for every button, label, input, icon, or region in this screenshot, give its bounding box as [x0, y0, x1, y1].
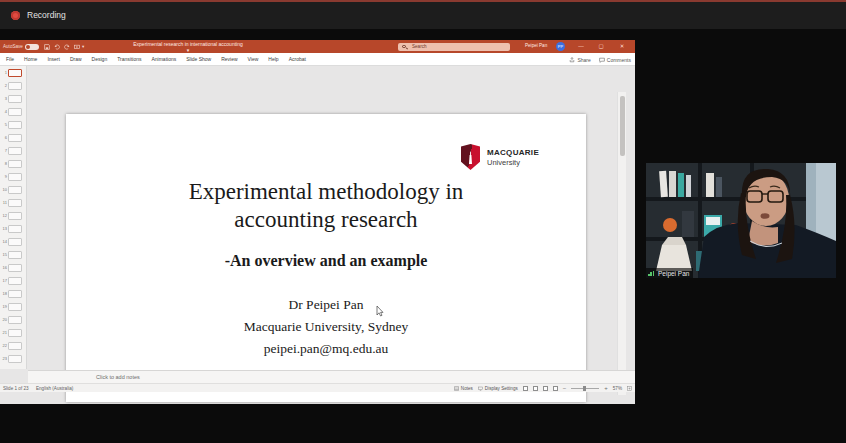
slide-thumbnail-12[interactable]: 12 [0, 209, 26, 222]
display-settings-button[interactable]: Display Settings [478, 386, 518, 391]
document-title[interactable]: Experimental research in international a… [133, 41, 243, 53]
zoom-in-button[interactable]: + [604, 386, 608, 391]
thumbnail-preview[interactable] [8, 264, 22, 272]
thumbnail-preview[interactable] [8, 303, 22, 311]
undo-icon[interactable] [54, 44, 60, 50]
zoom-slider[interactable] [571, 388, 599, 389]
thumbnail-preview[interactable] [8, 186, 22, 194]
menu-tab-home[interactable]: Home [24, 56, 37, 62]
menu-tab-acrobat[interactable]: Acrobat [289, 56, 306, 62]
menu-tab-design[interactable]: Design [92, 56, 108, 62]
share-button[interactable]: Share [569, 57, 590, 63]
notes-toggle-button[interactable]: Notes [454, 386, 473, 391]
normal-view-button[interactable] [523, 386, 528, 391]
menu-tab-file[interactable]: File [6, 56, 14, 62]
menu-tab-view[interactable]: View [248, 56, 259, 62]
slide-subtitle[interactable]: -An overview and an example [66, 252, 586, 270]
menu-tab-review[interactable]: Review [221, 56, 237, 62]
thumbnail-preview[interactable] [8, 95, 22, 103]
reading-view-button[interactable] [543, 386, 548, 391]
slide-canvas[interactable]: MACQUARIE University Experimental method… [66, 114, 586, 402]
thumbnail-preview[interactable] [8, 160, 22, 168]
thumbnail-number: 6 [0, 135, 8, 140]
signed-in-user[interactable]: Peipei Pan [525, 43, 547, 48]
slide-thumbnail-11[interactable]: 11 [0, 196, 26, 209]
slide-thumbnail-6[interactable]: 6 [0, 131, 26, 144]
thumbnail-number: 8 [0, 161, 8, 166]
menu-tab-insert[interactable]: Insert [47, 56, 60, 62]
qat-dropdown-caret[interactable]: ▾ [82, 44, 84, 49]
autosave-toggle[interactable] [25, 44, 39, 50]
thumbnail-preview[interactable] [8, 134, 22, 142]
thumbnail-preview[interactable] [8, 251, 22, 259]
autosave-label: AutoSave [3, 44, 23, 49]
language-indicator[interactable]: English (Australia) [36, 386, 73, 391]
avatar[interactable]: PP [556, 42, 565, 51]
thumbnail-preview[interactable] [8, 69, 22, 77]
thumbnail-preview[interactable] [8, 342, 22, 350]
fit-to-window-icon[interactable] [627, 386, 632, 391]
slide-thumbnail-2[interactable]: 2 [0, 79, 26, 92]
slide-sorter-view-button[interactable] [533, 386, 538, 391]
zoom-out-button[interactable]: − [563, 386, 567, 391]
slide-thumbnail-18[interactable]: 18 [0, 287, 26, 300]
menu-tab-help[interactable]: Help [268, 56, 278, 62]
comments-button[interactable]: Comments [599, 57, 631, 63]
slide-thumbnail-8[interactable]: 8 [0, 157, 26, 170]
slide-thumbnail-10[interactable]: 10 [0, 183, 26, 196]
vertical-scrollbar[interactable] [617, 92, 626, 395]
close-button[interactable]: ✕ [613, 40, 631, 53]
thumbnail-preview[interactable] [8, 225, 22, 233]
slideshow-view-button[interactable] [553, 386, 558, 391]
thumbnail-preview[interactable] [8, 173, 22, 181]
webcam-video[interactable]: Peipei Pan [646, 163, 836, 278]
slide-thumbnail-19[interactable]: 19 [0, 300, 26, 313]
slideshow-icon[interactable] [74, 44, 80, 50]
minimize-button[interactable]: — [572, 40, 590, 53]
thumbnail-preview[interactable] [8, 329, 22, 337]
maximize-button[interactable]: ▢ [592, 40, 610, 53]
slide-thumbnail-panel[interactable]: 1234567891011121314151617181920212223 [0, 66, 27, 369]
menu-tab-transitions[interactable]: Transitions [117, 56, 141, 62]
slide-author-block[interactable]: Dr Peipei Pan Macquarie University, Sydn… [66, 294, 586, 360]
zoom-slider-knob[interactable] [583, 386, 586, 391]
slide-thumbnail-3[interactable]: 3 [0, 92, 26, 105]
redo-icon[interactable] [64, 44, 70, 50]
notes-pane[interactable]: Click to add notes [28, 370, 635, 383]
slide-thumbnail-20[interactable]: 20 [0, 313, 26, 326]
slide-thumbnail-15[interactable]: 15 [0, 248, 26, 261]
slide-title[interactable]: Experimental methodology in accounting r… [66, 178, 586, 234]
slide-thumbnail-17[interactable]: 17 [0, 274, 26, 287]
zoom-percent[interactable]: 57% [613, 386, 622, 391]
thumbnail-preview[interactable] [8, 355, 22, 363]
thumbnail-preview[interactable] [8, 121, 22, 129]
thumbnail-preview[interactable] [8, 277, 22, 285]
slide-thumbnail-7[interactable]: 7 [0, 144, 26, 157]
menu-tab-draw[interactable]: Draw [70, 56, 82, 62]
slide-thumbnail-9[interactable]: 9 [0, 170, 26, 183]
thumbnail-preview[interactable] [8, 290, 22, 298]
slide-thumbnail-1[interactable]: 1 [0, 66, 26, 79]
thumbnail-preview[interactable] [8, 199, 22, 207]
menu-tabs: FileHomeInsertDrawDesignTransitionsAnima… [0, 56, 306, 62]
scrollbar-thumb[interactable] [620, 96, 625, 156]
search-input[interactable]: Search [398, 43, 510, 51]
slide-thumbnail-5[interactable]: 5 [0, 118, 26, 131]
thumbnail-preview[interactable] [8, 238, 22, 246]
thumbnail-preview[interactable] [8, 212, 22, 220]
thumbnail-preview[interactable] [8, 82, 22, 90]
thumbnail-number: 17 [0, 278, 8, 283]
slide-thumbnail-16[interactable]: 16 [0, 261, 26, 274]
save-icon[interactable] [44, 44, 50, 50]
thumbnail-preview[interactable] [8, 147, 22, 155]
slide-thumbnail-14[interactable]: 14 [0, 235, 26, 248]
slide-thumbnail-22[interactable]: 22 [0, 339, 26, 352]
slide-thumbnail-23[interactable]: 23 [0, 352, 26, 365]
thumbnail-preview[interactable] [8, 316, 22, 324]
slide-thumbnail-21[interactable]: 21 [0, 326, 26, 339]
menu-tab-animations[interactable]: Animations [151, 56, 176, 62]
slide-thumbnail-13[interactable]: 13 [0, 222, 26, 235]
slide-thumbnail-4[interactable]: 4 [0, 105, 26, 118]
thumbnail-preview[interactable] [8, 108, 22, 116]
menu-tab-slide-show[interactable]: Slide Show [186, 56, 211, 62]
